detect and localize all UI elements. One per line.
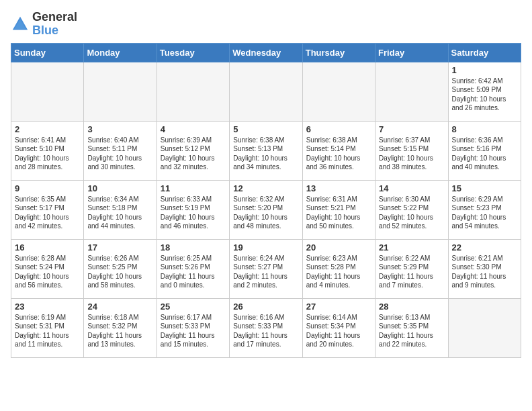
day-info: Sunrise: 6:41 AM Sunset: 5:10 PM Dayligh… [15,136,80,172]
day-number: 22 [452,242,517,253]
day-info: Sunrise: 6:29 AM Sunset: 5:23 PM Dayligh… [452,195,517,231]
day-info: Sunrise: 6:34 AM Sunset: 5:18 PM Dayligh… [87,195,152,231]
day-info: Sunrise: 6:28 AM Sunset: 5:24 PM Dayligh… [15,254,80,290]
calendar-cell: 6Sunrise: 6:38 AM Sunset: 5:14 PM Daylig… [302,121,375,180]
calendar-cell: 1Sunrise: 6:42 AM Sunset: 5:09 PM Daylig… [448,62,521,121]
calendar-cell: 28Sunrise: 6:13 AM Sunset: 5:35 PM Dayli… [375,298,448,357]
day-number: 24 [87,302,152,312]
day-number: 9 [15,183,80,193]
day-number: 20 [306,242,371,253]
calendar-cell: 7Sunrise: 6:37 AM Sunset: 5:15 PM Daylig… [375,121,448,180]
weekday-header-monday: Monday [84,43,157,62]
weekday-header-wednesday: Wednesday [230,43,302,62]
calendar-cell: 24Sunrise: 6:18 AM Sunset: 5:32 PM Dayli… [84,298,157,357]
day-info: Sunrise: 6:13 AM Sunset: 5:35 PM Dayligh… [379,313,444,349]
day-info: Sunrise: 6:39 AM Sunset: 5:12 PM Dayligh… [161,136,226,172]
calendar-cell: 27Sunrise: 6:14 AM Sunset: 5:34 PM Dayli… [302,298,375,357]
day-number: 8 [452,124,517,134]
page-header: General Blue [11,11,521,38]
day-info: Sunrise: 6:31 AM Sunset: 5:21 PM Dayligh… [306,195,371,231]
calendar-cell: 26Sunrise: 6:16 AM Sunset: 5:33 PM Dayli… [230,298,302,357]
day-number: 21 [379,242,444,253]
day-number: 13 [306,183,371,193]
day-info: Sunrise: 6:40 AM Sunset: 5:11 PM Dayligh… [87,136,152,172]
weekday-header-thursday: Thursday [302,43,375,62]
week-row-3: 9Sunrise: 6:35 AM Sunset: 5:17 PM Daylig… [11,180,521,239]
calendar-cell: 20Sunrise: 6:23 AM Sunset: 5:28 PM Dayli… [302,239,375,298]
day-number: 2 [15,124,80,134]
week-row-4: 16Sunrise: 6:28 AM Sunset: 5:24 PM Dayli… [11,239,521,298]
calendar-cell [230,62,302,121]
day-number: 12 [233,183,298,193]
day-info: Sunrise: 6:25 AM Sunset: 5:26 PM Dayligh… [161,254,226,290]
day-info: Sunrise: 6:37 AM Sunset: 5:15 PM Dayligh… [379,136,444,172]
calendar-header-row: SundayMondayTuesdayWednesdayThursdayFrid… [11,43,521,62]
calendar-cell: 18Sunrise: 6:25 AM Sunset: 5:26 PM Dayli… [157,239,229,298]
logo-text: General Blue [32,11,77,38]
day-number: 18 [161,242,226,253]
day-number: 27 [306,302,371,312]
calendar-cell: 5Sunrise: 6:38 AM Sunset: 5:13 PM Daylig… [230,121,302,180]
calendar-cell: 8Sunrise: 6:36 AM Sunset: 5:16 PM Daylig… [448,121,521,180]
day-number: 25 [161,302,226,312]
calendar-cell: 10Sunrise: 6:34 AM Sunset: 5:18 PM Dayli… [84,180,157,239]
calendar-cell: 12Sunrise: 6:32 AM Sunset: 5:20 PM Dayli… [230,180,302,239]
day-info: Sunrise: 6:14 AM Sunset: 5:34 PM Dayligh… [306,313,371,349]
day-info: Sunrise: 6:26 AM Sunset: 5:25 PM Dayligh… [87,254,152,290]
day-number: 3 [87,124,152,134]
day-number: 17 [87,242,152,253]
day-number: 6 [306,124,371,134]
calendar-cell: 15Sunrise: 6:29 AM Sunset: 5:23 PM Dayli… [448,180,521,239]
day-info: Sunrise: 6:16 AM Sunset: 5:33 PM Dayligh… [233,313,298,349]
calendar-cell: 13Sunrise: 6:31 AM Sunset: 5:21 PM Dayli… [302,180,375,239]
day-info: Sunrise: 6:23 AM Sunset: 5:28 PM Dayligh… [306,254,371,290]
calendar-cell [448,298,521,357]
calendar-cell: 17Sunrise: 6:26 AM Sunset: 5:25 PM Dayli… [84,239,157,298]
day-number: 4 [161,124,226,134]
day-info: Sunrise: 6:38 AM Sunset: 5:13 PM Dayligh… [233,136,298,172]
day-info: Sunrise: 6:33 AM Sunset: 5:19 PM Dayligh… [161,195,226,231]
calendar-cell: 19Sunrise: 6:24 AM Sunset: 5:27 PM Dayli… [230,239,302,298]
week-row-2: 2Sunrise: 6:41 AM Sunset: 5:10 PM Daylig… [11,121,521,180]
calendar-cell [157,62,229,121]
logo-icon [11,15,30,34]
day-number: 16 [15,242,80,253]
day-info: Sunrise: 6:36 AM Sunset: 5:16 PM Dayligh… [452,136,517,172]
weekday-header-tuesday: Tuesday [157,43,229,62]
weekday-header-saturday: Saturday [448,43,521,62]
calendar-cell [11,62,84,121]
day-number: 11 [161,183,226,193]
week-row-1: 1Sunrise: 6:42 AM Sunset: 5:09 PM Daylig… [11,62,521,121]
calendar-cell: 16Sunrise: 6:28 AM Sunset: 5:24 PM Dayli… [11,239,84,298]
day-number: 7 [379,124,444,134]
calendar-cell [375,62,448,121]
calendar-cell: 11Sunrise: 6:33 AM Sunset: 5:19 PM Dayli… [157,180,229,239]
day-info: Sunrise: 6:38 AM Sunset: 5:14 PM Dayligh… [306,136,371,172]
calendar-cell [302,62,375,121]
day-info: Sunrise: 6:24 AM Sunset: 5:27 PM Dayligh… [233,254,298,290]
calendar-cell: 3Sunrise: 6:40 AM Sunset: 5:11 PM Daylig… [84,121,157,180]
week-row-5: 23Sunrise: 6:19 AM Sunset: 5:31 PM Dayli… [11,298,521,357]
day-number: 28 [379,302,444,312]
day-info: Sunrise: 6:30 AM Sunset: 5:22 PM Dayligh… [379,195,444,231]
day-number: 5 [233,124,298,134]
calendar-cell: 21Sunrise: 6:22 AM Sunset: 5:29 PM Dayli… [375,239,448,298]
calendar-cell: 22Sunrise: 6:21 AM Sunset: 5:30 PM Dayli… [448,239,521,298]
weekday-header-sunday: Sunday [11,43,84,62]
day-info: Sunrise: 6:32 AM Sunset: 5:20 PM Dayligh… [233,195,298,231]
calendar-cell: 9Sunrise: 6:35 AM Sunset: 5:17 PM Daylig… [11,180,84,239]
day-info: Sunrise: 6:17 AM Sunset: 5:33 PM Dayligh… [161,313,226,349]
day-number: 15 [452,183,517,193]
day-info: Sunrise: 6:42 AM Sunset: 5:09 PM Dayligh… [452,77,517,113]
calendar-cell: 4Sunrise: 6:39 AM Sunset: 5:12 PM Daylig… [157,121,229,180]
weekday-header-friday: Friday [375,43,448,62]
calendar-cell: 14Sunrise: 6:30 AM Sunset: 5:22 PM Dayli… [375,180,448,239]
day-number: 1 [452,65,517,75]
calendar-cell: 2Sunrise: 6:41 AM Sunset: 5:10 PM Daylig… [11,121,84,180]
day-info: Sunrise: 6:19 AM Sunset: 5:31 PM Dayligh… [15,313,80,349]
calendar-cell [84,62,157,121]
calendar-cell: 23Sunrise: 6:19 AM Sunset: 5:31 PM Dayli… [11,298,84,357]
day-number: 10 [87,183,152,193]
day-number: 23 [15,302,80,312]
day-number: 19 [233,242,298,253]
